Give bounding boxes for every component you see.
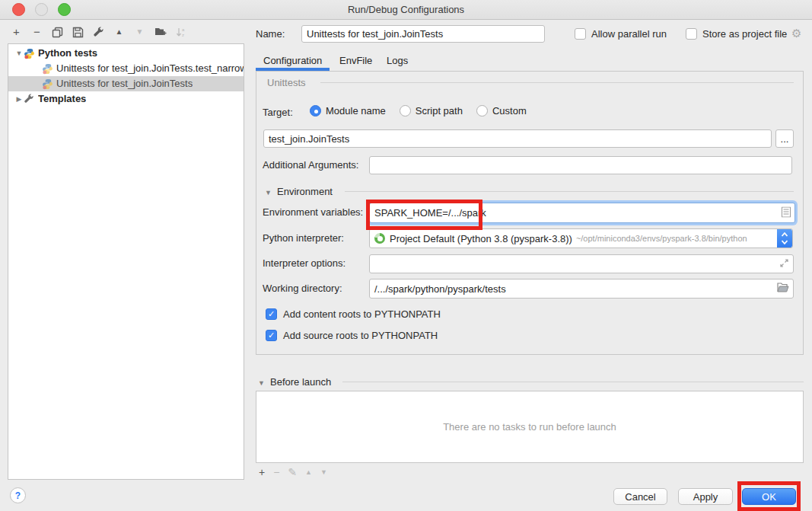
tree-item-jointests-selected[interactable]: Unittests for test_join.JoinTests bbox=[8, 76, 244, 91]
unittests-group-label: Unittests bbox=[267, 77, 306, 88]
tab-envfile[interactable]: EnvFile bbox=[339, 53, 372, 69]
additional-arguments-label: Additional Arguments: bbox=[263, 159, 358, 171]
edit-task-icon[interactable]: ✎ bbox=[288, 465, 297, 480]
browse-target-button[interactable]: ... bbox=[775, 129, 794, 148]
name-value: Unittests for test_join.JoinTests bbox=[307, 28, 443, 40]
tab-logs[interactable]: Logs bbox=[387, 53, 408, 69]
python-interpreter-label: Python interpreter: bbox=[263, 232, 344, 244]
target-value: test_join.JoinTests bbox=[269, 133, 349, 145]
apply-button[interactable]: Apply bbox=[678, 488, 733, 505]
script-path-radio[interactable] bbox=[400, 105, 411, 117]
script-path-label: Script path bbox=[416, 105, 463, 117]
expand-field-icon[interactable] bbox=[779, 258, 789, 270]
tree-item-label: Templates bbox=[38, 91, 86, 107]
custom-radio[interactable] bbox=[476, 105, 488, 117]
unittest-config-icon bbox=[42, 63, 53, 75]
before-launch-label: Before launch bbox=[270, 376, 331, 388]
environment-variables-input[interactable]: SPARK_HOME=/.../spark bbox=[369, 203, 795, 223]
python-interpreter-path: ~/opt/miniconda3/envs/pyspark-3.8/bin/py… bbox=[576, 234, 747, 243]
tab-configuration[interactable]: Configuration bbox=[263, 53, 322, 69]
move-task-down-icon[interactable]: ▼ bbox=[320, 465, 327, 480]
allow-parallel-run-label: Allow parallel run bbox=[591, 28, 667, 40]
environment-section-label: Environment bbox=[277, 186, 333, 197]
name-label: Name: bbox=[256, 28, 285, 40]
store-as-project-file-label: Store as project file bbox=[702, 28, 787, 40]
group-separator bbox=[342, 382, 804, 382]
add-source-roots-checkbox[interactable]: ✓ bbox=[266, 330, 277, 341]
name-input[interactable]: Unittests for test_join.JoinTests bbox=[301, 25, 545, 43]
tree-item-label: Unittests for test_join.JoinTests.test_n… bbox=[56, 61, 244, 76]
move-up-icon[interactable]: ▲ bbox=[113, 24, 125, 40]
check-icon: ✓ bbox=[268, 309, 275, 319]
environment-variables-label: Environment variables: bbox=[263, 206, 363, 218]
add-source-roots-label: Add source roots to PYTHONPATH bbox=[283, 330, 438, 341]
custom-label: Custom bbox=[492, 105, 527, 117]
interpreter-options-input[interactable] bbox=[369, 254, 794, 273]
working-directory-label: Working directory: bbox=[263, 283, 342, 294]
question-icon: ? bbox=[15, 490, 21, 501]
working-directory-value: /.../spark/python/pyspark/tests bbox=[374, 283, 506, 295]
add-configuration-icon[interactable]: + bbox=[11, 24, 22, 40]
remove-configuration-icon[interactable]: − bbox=[31, 24, 43, 40]
add-content-roots-label: Add content roots to PYTHONPATH bbox=[283, 308, 441, 320]
before-launch-tasks-panel: There are no tasks to run before launch bbox=[256, 391, 804, 463]
additional-arguments-input[interactable] bbox=[369, 156, 792, 174]
ellipsis-icon: ... bbox=[781, 133, 789, 145]
radio-option-custom[interactable]: Custom bbox=[476, 105, 527, 117]
expand-icon[interactable]: ▶ bbox=[14, 91, 24, 107]
create-folder-icon[interactable] bbox=[154, 27, 166, 37]
empty-tasks-message: There are no tasks to run before launch bbox=[443, 421, 616, 433]
edit-variables-icon[interactable] bbox=[782, 206, 791, 219]
ok-button[interactable]: OK bbox=[742, 488, 796, 505]
window-title: Run/Debug Configurations bbox=[0, 0, 812, 19]
remove-task-icon[interactable]: − bbox=[273, 465, 279, 480]
run-debug-configurations-dialog: Run/Debug Configurations + − ▲ ▼ az ▼ bbox=[0, 0, 812, 511]
target-label: Target: bbox=[263, 107, 293, 118]
tree-item-label: Python tests bbox=[38, 46, 97, 61]
save-configuration-icon[interactable] bbox=[72, 27, 84, 38]
tree-item-label: Unittests for test_join.JoinTests bbox=[56, 76, 193, 91]
edit-templates-icon[interactable] bbox=[93, 27, 104, 38]
copy-configuration-icon[interactable] bbox=[52, 27, 63, 38]
python-interpreter-select[interactable]: Project Default (Python 3.8 (pyspark-3.8… bbox=[369, 228, 793, 248]
configurations-toolbar: + − ▲ ▼ az bbox=[11, 24, 186, 40]
configuration-panel: Unittests Target: Module name Script pat… bbox=[256, 71, 804, 355]
svg-text:a: a bbox=[182, 27, 185, 32]
interpreter-options-label: Interpreter options: bbox=[263, 257, 345, 269]
tasks-toolbar: + − ✎ ▲ ▼ bbox=[259, 465, 327, 480]
titlebar: Run/Debug Configurations bbox=[0, 0, 812, 20]
before-launch-collapse-icon[interactable]: ▼ bbox=[258, 379, 265, 387]
working-directory-input[interactable]: /.../spark/python/pyspark/tests bbox=[369, 279, 794, 299]
sort-configurations-icon[interactable]: az bbox=[175, 27, 186, 38]
move-down-icon[interactable]: ▼ bbox=[134, 24, 145, 40]
module-name-radio[interactable] bbox=[310, 105, 321, 117]
target-input[interactable]: test_join.JoinTests bbox=[263, 129, 772, 148]
tree-item-python-tests[interactable]: ▼ Python tests bbox=[8, 46, 244, 61]
store-as-project-file-checkbox[interactable] bbox=[686, 28, 697, 40]
target-radio-group: Module name Script path Custom bbox=[310, 105, 527, 117]
tree-item-test-narrow[interactable]: Unittests for test_join.JoinTests.test_n… bbox=[8, 61, 244, 76]
python-tests-icon bbox=[24, 48, 35, 59]
help-button[interactable]: ? bbox=[10, 487, 26, 503]
store-options-gear-icon[interactable]: ⚙ bbox=[791, 27, 801, 40]
collapse-icon[interactable]: ▼ bbox=[14, 46, 24, 61]
move-task-up-icon[interactable]: ▲ bbox=[305, 465, 312, 480]
group-separator bbox=[320, 82, 794, 83]
tree-item-templates[interactable]: ▶ Templates bbox=[8, 91, 244, 107]
module-name-label: Module name bbox=[326, 105, 386, 117]
browse-folder-icon[interactable] bbox=[777, 283, 789, 295]
templates-icon bbox=[24, 94, 35, 105]
interpreter-dropdown-stepper[interactable] bbox=[777, 228, 792, 248]
unittest-config-icon bbox=[42, 78, 53, 90]
add-task-icon[interactable]: + bbox=[259, 465, 265, 480]
python-interpreter-value: Project Default (Python 3.8 (pyspark-3.8… bbox=[390, 233, 572, 244]
conda-env-icon bbox=[374, 233, 385, 244]
environment-collapse-icon[interactable]: ▼ bbox=[265, 189, 272, 196]
configurations-tree: ▼ Python tests Unittests for test_join.J… bbox=[8, 43, 244, 480]
radio-option-module-name[interactable]: Module name bbox=[310, 105, 386, 117]
svg-text:z: z bbox=[182, 33, 184, 37]
add-content-roots-checkbox[interactable]: ✓ bbox=[266, 308, 277, 320]
radio-option-script-path[interactable]: Script path bbox=[400, 105, 463, 117]
cancel-button[interactable]: Cancel bbox=[613, 488, 667, 505]
allow-parallel-run-checkbox[interactable] bbox=[575, 28, 586, 40]
